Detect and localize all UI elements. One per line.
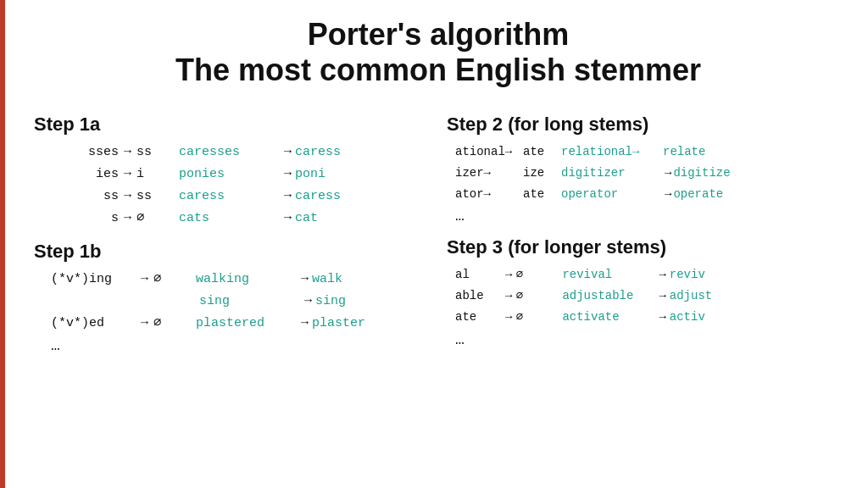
s2-repl-ate: ate xyxy=(523,142,561,163)
s3-ex-revival: revival xyxy=(562,265,655,286)
arrow: → xyxy=(124,186,131,207)
s2-result-relate: relate xyxy=(663,142,705,163)
s3-arrow: → xyxy=(505,265,512,286)
s2-suffix-izer: izer→ xyxy=(455,164,523,184)
table-row: ate → ∅ activate → activ xyxy=(455,308,843,328)
s2-arrow: → xyxy=(665,164,671,184)
suffix-ies: ies xyxy=(51,164,119,185)
example-caresses: caresses xyxy=(179,142,281,163)
arrow: → xyxy=(124,142,131,163)
s2-ex-relational: relational→ xyxy=(561,142,663,163)
s3-ex-arrow: → xyxy=(659,265,665,286)
s3-repl-empty: ∅ xyxy=(515,265,562,286)
step2-rules: ational→ ate relational→ relate izer→ iz… xyxy=(455,142,843,204)
s3-arrow: → xyxy=(505,286,512,307)
repl-empty2: ∅ xyxy=(153,269,196,290)
suffix-sses: sses xyxy=(51,142,119,163)
s2-result-operate: operate xyxy=(673,185,723,205)
table-row: (*v*)ed → ∅ plastered → plaster xyxy=(51,313,430,334)
s2-ex-operator: operator xyxy=(561,185,663,205)
result-caress2: caress xyxy=(295,186,341,207)
example-plastered: plastered xyxy=(196,313,298,334)
step3-heading: Step 3 (for longer stems) xyxy=(447,236,843,258)
suffix-s: s xyxy=(51,208,119,229)
table-row: al → ∅ revival → reviv xyxy=(455,265,843,286)
table-row: (*v*)ing → ∅ walking → walk xyxy=(51,269,430,290)
result-plaster: plaster xyxy=(312,313,365,334)
repl-ss2: ss xyxy=(136,186,179,207)
suffix-ed: (*v*)ed xyxy=(51,313,136,334)
columns: Step 1a sses → ss caresses → caress ies … xyxy=(34,105,843,354)
repl-i: i xyxy=(136,164,179,185)
s3-ex-activate: activate xyxy=(562,308,655,328)
repl-empty3: ∅ xyxy=(153,313,196,334)
title-block: Porter's algorithm The most common Engli… xyxy=(34,17,843,88)
s2-suffix-ational: ational→ xyxy=(455,142,523,163)
s2-repl-ate2: ate xyxy=(523,185,561,205)
example-caress: caress xyxy=(179,186,281,207)
ex-arrow: → xyxy=(284,164,292,185)
step2-heading: Step 2 (for long stems) xyxy=(447,114,843,136)
s3-arrow: → xyxy=(505,308,512,328)
repl-ss: ss xyxy=(136,142,179,163)
s2-repl-ize: ize xyxy=(523,164,561,184)
s3-result-adjust: adjust xyxy=(670,286,712,307)
ex-arrow: → xyxy=(301,269,309,290)
title-line2: The most common English stemmer xyxy=(34,53,843,88)
table-row: izer→ ize digitizer → digitize xyxy=(455,164,843,184)
ex-arrow: → xyxy=(284,208,292,229)
s2-suffix-ator: ator→ xyxy=(455,185,523,205)
right-column: Step 2 (for long stems) ational→ ate rel… xyxy=(438,105,843,354)
step1a-rules: sses → ss caresses → caress ies → i poni… xyxy=(51,142,430,229)
title-line1: Porter's algorithm xyxy=(34,17,843,53)
step1a-heading: Step 1a xyxy=(34,114,430,136)
table-row: sing → sing xyxy=(51,291,430,312)
result-sing: sing xyxy=(315,291,346,312)
step1b-heading: Step 1b xyxy=(34,241,430,263)
example-cats: cats xyxy=(179,208,281,229)
suffix-ss: ss xyxy=(51,186,119,207)
step3-rules: al → ∅ revival → reviv able → ∅ adjustab… xyxy=(455,265,843,327)
s3-ex-arrow: → xyxy=(659,286,665,307)
table-row: able → ∅ adjustable → adjust xyxy=(455,286,843,307)
repl-empty: ∅ xyxy=(136,208,179,229)
s3-suffix-al: al xyxy=(455,265,502,286)
ex-arrow: → xyxy=(304,291,312,312)
s2-arrow: → xyxy=(665,185,671,205)
table-row: s → ∅ cats → cat xyxy=(51,208,430,229)
example-walking: walking xyxy=(196,269,298,290)
s3-suffix-able: able xyxy=(455,286,502,307)
left-column: Step 1a sses → ss caresses → caress ies … xyxy=(34,105,438,354)
main-content: Porter's algorithm The most common Engli… xyxy=(0,0,868,371)
arrow: → xyxy=(141,313,148,334)
step2-ellipsis: … xyxy=(455,208,843,225)
table-row: ational→ ate relational→ relate xyxy=(455,142,843,163)
arrow: → xyxy=(124,164,131,185)
s3-result-reviv: reviv xyxy=(670,265,705,286)
s3-ex-adjustable: adjustable xyxy=(562,286,655,307)
step1b-rules: (*v*)ing → ∅ walking → walk sing → sing xyxy=(51,269,430,334)
s3-ex-arrow: → xyxy=(659,308,665,328)
example-ponies: ponies xyxy=(179,164,281,185)
suffix-ing: (*v*)ing xyxy=(51,269,136,290)
s3-result-activ: activ xyxy=(670,308,705,328)
result-caress: caress xyxy=(295,142,341,163)
ex-arrow: → xyxy=(301,313,309,334)
table-row: ss → ss caress → caress xyxy=(51,186,430,207)
s3-suffix-ate: ate xyxy=(455,308,502,328)
arrow: → xyxy=(141,269,148,290)
red-accent-bar xyxy=(0,0,5,488)
arrow: → xyxy=(124,208,131,229)
result-cat: cat xyxy=(295,208,318,229)
example-sing: sing xyxy=(199,291,301,312)
table-row: ies → i ponies → poni xyxy=(51,164,430,185)
result-poni: poni xyxy=(295,164,326,185)
table-row: sses → ss caresses → caress xyxy=(51,142,430,163)
ex-arrow: → xyxy=(284,186,292,207)
step1b-ellipsis: … xyxy=(51,337,430,354)
result-walk: walk xyxy=(312,269,342,290)
s2-ex-digitizer: digitizer xyxy=(561,164,663,184)
table-row: ator→ ate operator → operate xyxy=(455,185,843,205)
s2-result-digitize: digitize xyxy=(673,164,730,184)
step3-ellipsis: … xyxy=(455,331,843,348)
